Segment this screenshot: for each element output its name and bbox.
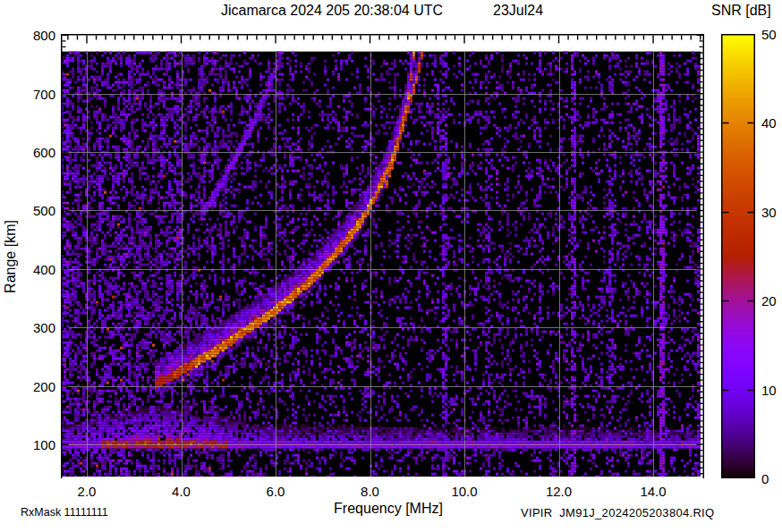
x-tick-label: 12.0 [532,484,586,499]
data-filename-text: VIPIR JM91J_2024205203804.RIQ [521,506,714,519]
y-tick-label: 800 [14,28,55,43]
colorbar-canvas [721,34,755,478]
colorbar-tick-label: 40 [761,115,782,131]
x-tick-label: 8.0 [344,484,397,499]
x-tick-label: 6.0 [249,484,302,499]
colorbar-tick-label: 30 [761,205,782,220]
y-tick-label: 200 [14,379,55,394]
colorbar-tick-label: 50 [761,27,782,42]
colorbar-tick-label: 20 [761,293,782,308]
colorbar-tick-label: 0 [761,471,782,486]
x-axis-label: Frequency [MHz] [299,501,478,517]
y-tick-label: 700 [14,87,55,102]
x-tick-label: 4.0 [155,484,208,499]
y-tick-label: 500 [14,203,55,218]
y-tick-label: 100 [14,437,55,452]
rxmask-text: RxMask 11111111 [21,506,108,519]
x-tick-label: 2.0 [60,484,114,499]
ionogram-heatmap-canvas [61,34,704,478]
plot-date: 23Jul24 [493,3,543,19]
x-tick-label: 10.0 [438,484,491,499]
ionogram-figure: Jicamarca 2024 205 20:38:04 UTC 23Jul24 … [0,0,782,532]
x-tick-label: 14.0 [626,484,680,499]
y-tick-label: 400 [14,262,55,277]
colorbar-tick-label: 10 [761,383,782,398]
y-tick-label: 600 [14,145,55,160]
plot-title: Jicamarca 2024 205 20:38:04 UTC [108,3,556,19]
colorbar-title: SNR [dB] [711,3,771,19]
y-tick-label: 300 [14,320,55,335]
y-axis-label: Range [km] [3,220,19,293]
